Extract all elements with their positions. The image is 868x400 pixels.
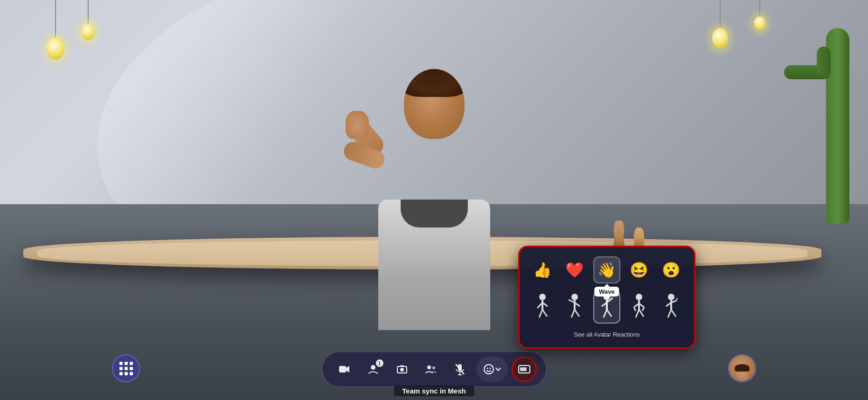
svg-line-10: [571, 310, 575, 317]
svg-line-5: [542, 310, 547, 317]
svg-line-23: [642, 307, 644, 311]
svg-point-0: [539, 294, 546, 300]
svg-line-4: [539, 310, 542, 317]
svg-point-12: [604, 294, 610, 300]
ceiling-light-4: [754, 0, 765, 30]
emoji-reactions-row: 👍 ❤️ 👋 Wave 😆 😮: [529, 256, 685, 283]
avatar-reaction-think[interactable]: [657, 291, 685, 324]
avatar-reaction-wave[interactable]: [593, 291, 621, 324]
participant-count-badge: 1: [376, 359, 383, 367]
ceiling-light-3: [712, 0, 728, 48]
reactions-popup: 👍 ❤️ 👋 Wave 😆 😮: [518, 246, 695, 349]
more-options-button[interactable]: [512, 357, 537, 382]
participants-button[interactable]: 1: [361, 357, 386, 382]
svg-line-24: [636, 310, 639, 317]
emoji-laugh-button[interactable]: 😆: [626, 256, 653, 283]
svg-point-46: [489, 368, 491, 369]
svg-marker-34: [346, 366, 349, 372]
emoji-surprised-button[interactable]: 😮: [658, 256, 685, 283]
svg-point-26: [668, 294, 674, 300]
svg-point-6: [571, 294, 578, 300]
svg-point-37: [400, 368, 404, 372]
svg-line-32: [671, 310, 676, 317]
emoji-thumbsup-button[interactable]: 👍: [529, 256, 556, 283]
svg-point-44: [484, 365, 493, 374]
emoji-wave-button[interactable]: 👋 Wave: [593, 256, 620, 283]
avatar-body: [378, 144, 490, 330]
svg-point-18: [636, 294, 642, 300]
scene-background: [0, 0, 868, 400]
ceiling-light-2: [82, 0, 95, 40]
avatar-camera-button[interactable]: [389, 357, 415, 382]
avatar-reaction-salute[interactable]: [561, 291, 589, 324]
ceiling-light-1: [47, 0, 64, 60]
avatar-reactions-row: [529, 291, 685, 324]
mute-button[interactable]: [447, 357, 472, 382]
camera-button[interactable]: [332, 357, 357, 382]
svg-line-30: [676, 298, 677, 301]
svg-point-35: [371, 365, 375, 370]
app-grid-button[interactable]: [112, 354, 140, 382]
avatar-character: [318, 27, 551, 330]
svg-point-39: [432, 366, 435, 369]
avatar-reaction-dance[interactable]: [529, 291, 556, 324]
svg-line-17: [607, 310, 611, 317]
toolbar: 1: [322, 352, 547, 387]
avatar-settings-button[interactable]: [418, 357, 444, 382]
svg-line-16: [604, 310, 607, 317]
svg-point-38: [427, 366, 431, 369]
svg-point-45: [486, 368, 488, 369]
see-all-reactions-link[interactable]: See all Avatar Reactions: [529, 331, 685, 338]
svg-line-11: [575, 310, 579, 317]
svg-rect-48: [520, 367, 527, 371]
user-avatar-button[interactable]: [728, 354, 756, 382]
grid-icon: [119, 362, 132, 375]
cactus: [775, 28, 868, 261]
user-avatar-image: [729, 355, 755, 381]
avatar-reaction-clap[interactable]: [625, 291, 653, 324]
meeting-title: Team sync in Mesh: [394, 386, 474, 396]
reactions-button[interactable]: [476, 357, 508, 382]
svg-rect-33: [339, 366, 346, 372]
svg-line-31: [668, 310, 671, 317]
svg-line-22: [634, 307, 636, 311]
emoji-heart-button[interactable]: ❤️: [561, 256, 588, 283]
